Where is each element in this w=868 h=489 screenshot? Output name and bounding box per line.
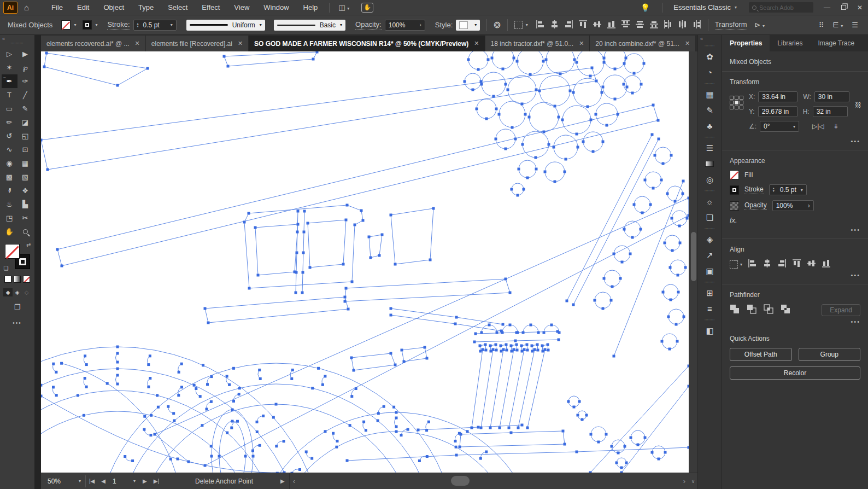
style-dropdown[interactable]: ▾ (456, 20, 480, 31)
align-right-icon[interactable] (564, 20, 573, 31)
align-right-icon[interactable] (777, 259, 787, 270)
direct-selection-tool[interactable]: ▶ (17, 47, 33, 61)
restore-button[interactable] (835, 0, 852, 15)
search-box[interactable] (749, 2, 813, 13)
search-input[interactable] (759, 4, 808, 11)
appearance-panel-icon[interactable]: ☼ (705, 194, 715, 209)
discover-lightbulb-icon[interactable]: 💡 (633, 3, 658, 12)
selection-tool[interactable]: ▷ (2, 47, 17, 61)
panel-group-grip[interactable]: '''''''' (705, 137, 715, 140)
workspace-switcher[interactable]: Essentials Classic ▾ (667, 3, 743, 11)
stroke-weight-label[interactable]: Stroke: (107, 20, 130, 30)
align-more-options-icon[interactable]: ••• (730, 272, 860, 278)
document-tab-4[interactable]: 20 inch combine.dxf* @ 51...✕ (590, 36, 696, 51)
document-tab-1[interactable]: elements file [Recovered].ai✕ (146, 36, 249, 51)
menu-effect[interactable]: Effect (195, 1, 227, 14)
snap-options-icon[interactable]: ⊳ ▾ (750, 21, 770, 29)
stroke-weight-field[interactable]: ▴▾ 0.5 pt ▾ (133, 20, 177, 31)
properties-toggle-icon[interactable]: ⠿ (819, 21, 824, 29)
color-guide-icon[interactable]: ◔ (705, 65, 715, 80)
tab-properties[interactable]: Properties (722, 35, 770, 51)
align-horizontal-center-icon[interactable] (550, 20, 559, 31)
distribute-top-icon[interactable] (621, 20, 630, 31)
menu-view[interactable]: View (227, 1, 256, 14)
w-field[interactable]: 30 in (814, 91, 849, 102)
color-panel-icon[interactable]: ✿ (705, 49, 715, 65)
close-tab-icon[interactable]: ✕ (685, 40, 690, 47)
panel-group-grip[interactable]: '''''''' (705, 190, 715, 194)
align-bottom-icon[interactable] (822, 259, 831, 270)
curvature-tool[interactable]: ✑ (17, 74, 33, 88)
symbol-sprayer-tool[interactable]: ♨ (2, 197, 17, 211)
panel-group-grip[interactable]: '''''''' (705, 228, 715, 231)
distribute-left-icon[interactable] (664, 20, 673, 31)
arrange-documents-icon[interactable]: ◫ ▾ (334, 3, 354, 11)
appearance-fill-swatch[interactable] (730, 170, 739, 179)
transform-link[interactable]: Transform (715, 20, 747, 30)
align-bottom-icon[interactable] (607, 20, 616, 31)
minimize-button[interactable]: — (819, 0, 835, 15)
chevron-down-icon[interactable]: ▾ (95, 22, 97, 27)
align-horizontal-center-icon[interactable] (763, 259, 772, 270)
fill-color-swatch[interactable] (5, 244, 20, 259)
perspective-grid-tool[interactable]: ▦ (17, 156, 33, 170)
status-menu-arrow-icon[interactable]: ▶ (280, 478, 285, 484)
control-menu-icon[interactable]: ☰ (852, 21, 858, 29)
panel-group-grip[interactable]: '''''''' (705, 83, 715, 86)
blend-tool[interactable]: ❖ (17, 184, 33, 197)
vertical-scrollbar[interactable] (689, 51, 697, 473)
scroll-left-icon[interactable]: ‹ (290, 477, 298, 485)
align-top-icon[interactable] (578, 20, 588, 31)
none-button[interactable] (23, 276, 30, 283)
first-artboard-icon[interactable]: |◀ (86, 478, 98, 484)
width-profile-dropdown[interactable]: Uniform ▾ (186, 20, 265, 31)
previous-artboard-icon[interactable]: ◀ (98, 478, 109, 484)
toolbar-grip[interactable]: '''''''''' (11, 43, 24, 45)
close-tab-icon[interactable]: ✕ (579, 40, 584, 47)
pathfinder-intersect-icon[interactable] (764, 304, 774, 316)
pen-tool[interactable]: ✒− (2, 74, 17, 88)
gradient-panel-icon[interactable] (705, 156, 715, 172)
chevron-down-icon[interactable]: ▾ (740, 262, 742, 267)
horizontal-scrollbar-thumb[interactable] (451, 476, 470, 486)
transparency-icon[interactable]: ◎ (705, 172, 715, 188)
recolor-button[interactable]: Recolor (730, 366, 860, 380)
document-tab-0[interactable]: elements recovered.ai* @ ...✕ (41, 36, 146, 51)
menu-file[interactable]: File (44, 1, 70, 14)
vertical-scrollbar-thumb[interactable] (691, 232, 696, 281)
pathfinder-minus-front-icon[interactable] (747, 304, 757, 316)
align-left-icon[interactable] (536, 20, 545, 31)
panel-group-grip[interactable]: '''''''' (705, 282, 715, 285)
artboard-canvas[interactable] (41, 51, 689, 473)
scale-tool[interactable]: ◱ (17, 129, 33, 143)
artboard-tool[interactable]: ◳ (2, 211, 17, 225)
gradient-button[interactable] (14, 276, 21, 283)
chevron-down-icon[interactable]: ▾ (74, 22, 76, 27)
document-tab-3[interactable]: 18 inch tractor.dxf* @ 51.0...✕ (485, 36, 590, 51)
align-to-selection-icon[interactable] (730, 260, 738, 269)
align-top-icon[interactable] (792, 259, 801, 270)
pathfinder-panel-icon[interactable]: ◧ (705, 323, 715, 339)
lasso-tool[interactable]: ℘ (17, 61, 33, 74)
width-tool[interactable]: ∿ (2, 143, 17, 156)
scroll-right-icon[interactable]: › (680, 477, 689, 485)
chevron-down-icon[interactable]: ▾ (801, 188, 803, 193)
magic-wand-tool[interactable]: ✶ (2, 61, 17, 74)
appearance-opacity-swatch[interactable] (730, 201, 739, 211)
free-transform-tool[interactable]: ⊡ (17, 143, 33, 156)
zoom-tool[interactable] (17, 225, 33, 238)
eraser-tool[interactable]: ◪ (17, 115, 33, 129)
constrain-proportions-icon[interactable]: ⛓ (855, 101, 861, 109)
rectangle-tool[interactable]: ▭ (2, 102, 17, 115)
fill-swatch[interactable] (61, 20, 71, 30)
stepper-icon[interactable]: ▴▾ (773, 187, 776, 193)
brush-definition-dropdown[interactable]: Basic ▾ (274, 20, 345, 31)
menu-object[interactable]: Object (96, 1, 131, 14)
tab-image-trace[interactable]: Image Trace (810, 35, 862, 51)
draw-inside-button[interactable]: ◇ (22, 288, 31, 296)
line-segment-tool[interactable]: ╱ (17, 88, 33, 102)
artboards-icon[interactable]: ▣ (705, 263, 715, 279)
stroke-swatch[interactable] (83, 20, 92, 30)
appearance-more-options-icon[interactable]: ••• (730, 226, 860, 233)
layers-icon[interactable]: ◈ (705, 231, 715, 247)
